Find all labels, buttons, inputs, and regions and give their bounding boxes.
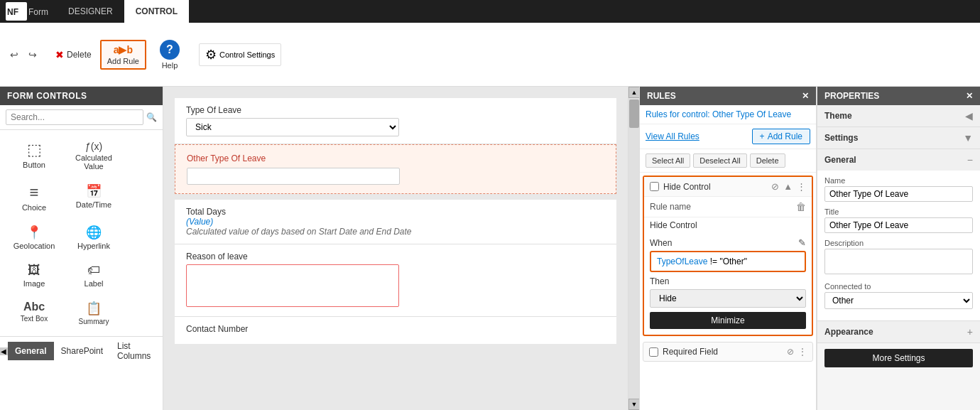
theme-toggle-icon[interactable]: ◀ xyxy=(965,110,973,122)
sidebar-scroll-left[interactable]: ◀ xyxy=(0,347,8,355)
control-image[interactable]: 🖼 Image xyxy=(6,258,62,293)
settings-toggle-icon[interactable]: ▼ xyxy=(963,132,973,144)
image-icon: 🖼 xyxy=(28,263,40,278)
summary-icon: 📋 xyxy=(86,301,102,316)
type-of-leave-label: Type Of Leave xyxy=(186,105,605,115)
geolocation-icon: 📍 xyxy=(26,225,42,240)
reason-of-leave-textarea[interactable] xyxy=(186,264,399,307)
help-button[interactable]: ? Help xyxy=(152,36,187,73)
help-icon: ? xyxy=(160,40,180,60)
rule-minimize-section: Minimize xyxy=(650,312,806,329)
undo-redo-group: ↩ ↪ xyxy=(6,46,41,63)
settings-section-header[interactable]: Settings ▼ xyxy=(817,127,980,149)
general-section-header[interactable]: General − xyxy=(817,149,980,171)
sidebar: FORM CONTROLS 🔍 ⬚ Button ƒ(x) Calculated… xyxy=(0,87,163,410)
control-button[interactable]: ⬚ Button xyxy=(6,136,62,176)
rules-header: RULES ✕ xyxy=(640,87,816,105)
rule-when-condition: TypeOfLeave != "Other" xyxy=(650,251,806,272)
rule-when-header: When ✎ xyxy=(650,237,806,248)
type-of-leave-select[interactable]: Sick Annual Other xyxy=(186,118,399,136)
control-calculated-value[interactable]: ƒ(x) Calculated Value xyxy=(65,136,122,176)
general-section-body: Name Title Description Connected to Othe… xyxy=(817,171,980,320)
control-geolocation[interactable]: 📍 Geolocation xyxy=(6,220,62,255)
description-textarea[interactable] xyxy=(824,249,973,274)
total-days-desc: Calculated value of days based on Start … xyxy=(186,227,605,237)
control-choice[interactable]: ≡ Choice xyxy=(6,178,62,217)
minimize-button[interactable]: Minimize xyxy=(650,312,806,329)
plus-icon: + xyxy=(760,131,765,141)
control-settings-button[interactable]: ⚙ Control Settings xyxy=(199,43,281,66)
view-all-rules-link[interactable]: View All Rules xyxy=(646,131,699,141)
sidebar-item-general[interactable]: General xyxy=(8,342,54,360)
rule-delete-icon[interactable]: 🗑 xyxy=(796,201,806,212)
tab-designer[interactable]: DESIGNER xyxy=(57,0,124,23)
appearance-section-header[interactable]: Appearance + xyxy=(817,321,980,343)
theme-section-header[interactable]: Theme ◀ xyxy=(817,105,980,127)
reason-of-leave-section: Reason of leave xyxy=(175,244,616,317)
svg-text:NF: NF xyxy=(7,7,18,17)
main-layout: FORM CONTROLS 🔍 ⬚ Button ƒ(x) Calculated… xyxy=(0,87,980,410)
tab-control[interactable]: CONTROL xyxy=(124,0,189,23)
control-textbox[interactable]: Abc Text Box xyxy=(6,296,62,330)
rule-when-edit-icon[interactable]: ✎ xyxy=(798,237,806,248)
general-toggle-icon[interactable]: − xyxy=(967,154,973,166)
redo-button[interactable]: ↪ xyxy=(24,46,41,63)
contact-number-label: Contact Number xyxy=(186,324,605,334)
undo-button[interactable]: ↩ xyxy=(6,46,23,63)
control-datetime[interactable]: 📅 Date/Time xyxy=(65,178,122,217)
rule-name-value: Hide Control xyxy=(644,217,812,233)
app-logo: NF Forms xyxy=(6,2,48,21)
scroll-down-btn[interactable]: ▼ xyxy=(628,399,639,410)
control-label[interactable]: 🏷 Label xyxy=(65,258,122,293)
search-icon[interactable]: 🔍 xyxy=(146,112,157,122)
more-settings-button[interactable]: More Settings xyxy=(824,349,973,367)
required-field-checkbox[interactable] xyxy=(649,347,658,357)
sidebar-item-list-columns[interactable]: List Columns xyxy=(110,337,163,365)
rule-when-section: When ✎ TypeOfLeave != "Other" xyxy=(650,237,806,272)
scroll-thumb[interactable] xyxy=(629,99,639,128)
properties-close-button[interactable]: ✕ xyxy=(966,91,973,101)
settings-icon: ⚙ xyxy=(205,47,217,63)
control-hyperlink[interactable]: 🌐 Hyperlink xyxy=(65,220,122,255)
ribbon: ↩ ↪ ✖ Delete a▶b Add Rule ? Help ⚙ Contr… xyxy=(0,23,980,87)
rule-card-required-field: Required Field ⊘ ⋮ xyxy=(643,342,813,362)
name-field: Name xyxy=(824,176,973,202)
sidebar-footer: ◀ General SharePoint List Columns xyxy=(0,336,163,365)
other-type-of-leave-input[interactable] xyxy=(187,168,400,185)
type-of-leave-link[interactable]: TypeOfLeave xyxy=(657,257,707,266)
delete-rules-button[interactable]: Delete xyxy=(750,153,785,168)
name-input[interactable] xyxy=(824,186,973,202)
scroll-up-btn[interactable]: ▲ xyxy=(628,87,639,98)
datetime-icon: 📅 xyxy=(86,183,102,199)
select-all-button[interactable]: Select All xyxy=(646,153,690,168)
connected-to-select[interactable]: Other None TypeOfLeave xyxy=(824,292,973,309)
general-section: General − Name Title Description Connect… xyxy=(817,149,980,321)
appearance-toggle-icon[interactable]: + xyxy=(967,326,973,338)
rule-up-icon[interactable]: ▲ xyxy=(783,181,793,192)
canvas-scrollbar[interactable]: ▲ ▼ xyxy=(628,87,639,410)
deselect-all-button[interactable]: Deselect All xyxy=(693,153,746,168)
control-summary[interactable]: 📋 Summary xyxy=(65,296,122,330)
title-field: Title xyxy=(824,207,973,233)
rule-then-select[interactable]: Hide Show Disable Enable xyxy=(650,289,806,308)
sidebar-item-sharepoint[interactable]: SharePoint xyxy=(54,342,110,360)
rule-checkbox[interactable] xyxy=(650,182,659,191)
rules-content: Hide Control ⊘ ▲ ⋮ Rule name 🗑 Hide Cont… xyxy=(640,173,816,410)
hyperlink-icon: 🌐 xyxy=(86,225,102,240)
add-rule-button[interactable]: + Add Rule xyxy=(752,129,810,144)
add-rule-button[interactable]: a▶b Add Rule xyxy=(100,40,146,70)
other-type-of-leave-section: Other Type Of Leave xyxy=(175,144,616,194)
reason-of-leave-label: Reason of leave xyxy=(186,252,605,261)
delete-button[interactable]: ✖ Delete xyxy=(53,46,94,63)
search-input[interactable] xyxy=(6,109,143,125)
rules-close-button[interactable]: ✕ xyxy=(802,91,809,101)
rule-ban-icon[interactable]: ⊘ xyxy=(771,181,779,192)
required-field-ban-icon[interactable]: ⊘ xyxy=(787,347,794,357)
rules-view-all-row: View All Rules + Add Rule xyxy=(640,124,816,149)
required-field-more-icon[interactable]: ⋮ xyxy=(798,347,807,357)
add-rule-icon: a▶b xyxy=(114,44,133,55)
total-days-section: Total Days (Value) Calculated value of d… xyxy=(175,200,616,244)
contact-number-section: Contact Number xyxy=(175,317,616,344)
title-input[interactable] xyxy=(824,217,973,233)
rule-more-icon[interactable]: ⋮ xyxy=(797,181,806,192)
